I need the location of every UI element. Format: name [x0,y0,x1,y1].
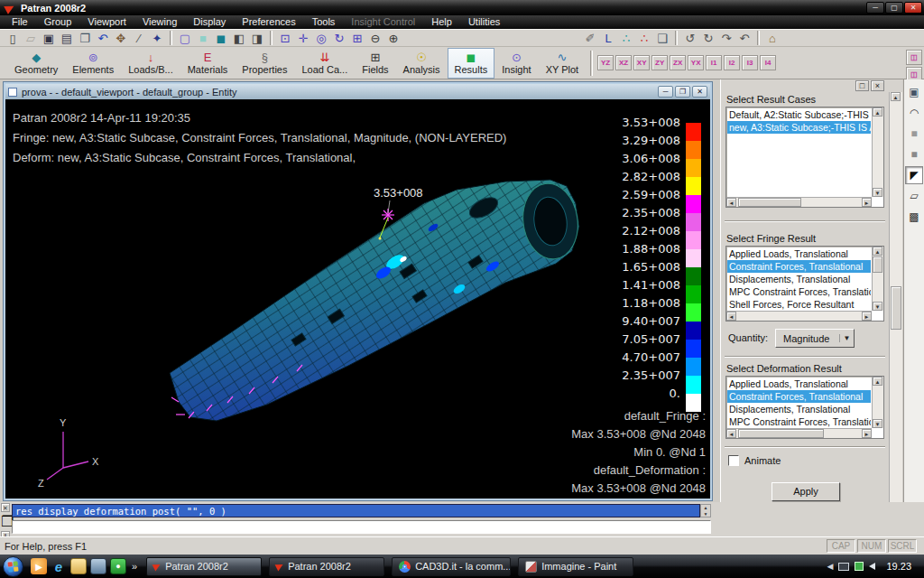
hamachi-icon[interactable]: ● [110,558,126,574]
tab-geometry[interactable]: ◆ Geometry [7,48,65,79]
menu-item[interactable]: Utilities [460,15,508,29]
lasso-select-icon[interactable]: ◠ [905,104,923,122]
display-tray-icon[interactable] [838,563,849,571]
horizontal-scrollbar[interactable]: ◄ ► [726,197,872,207]
tab-results[interactable]: ◼ Results [448,48,495,79]
vertical-scrollbar[interactable]: ▲ ▼ [872,377,883,428]
tab-loads-bcs[interactable]: ↓ Loads/B... [121,48,180,79]
menu-item[interactable]: Preferences [234,15,303,29]
folder-icon[interactable] [70,558,87,574]
start-button[interactable] [3,556,23,577]
close-button[interactable]: ✕ [904,2,922,14]
animate-checkbox-row[interactable]: Animate [728,455,781,466]
command-input[interactable] [12,520,711,534]
spin-view-icon[interactable]: ↷ [717,30,735,46]
viewport-close-button[interactable]: ✕ [692,86,707,98]
solid-cube-icon[interactable]: ◼ [212,30,230,46]
sketch-icon[interactable]: ✐ [581,30,599,46]
zoom-in-icon[interactable]: ⊕ [384,30,402,46]
fringe-result-item[interactable]: Constraint Forces, Translational [727,260,871,273]
result-case-item[interactable]: Default, A2:Static Subcase;-THIS IS A I [727,108,871,121]
vertical-scrollbar[interactable]: ▲ ▼ [872,107,883,197]
scroll-left-icon[interactable]: ◄ [726,429,736,438]
scroll-down-icon[interactable]: ▼ [873,419,882,428]
view-orientation-button[interactable]: YX [688,55,704,70]
scroll-thumb[interactable] [738,429,824,438]
menu-item[interactable]: Viewport [79,15,134,29]
minimize-button[interactable]: ─ [866,2,884,14]
scroll-up-icon[interactable]: ▲ [891,92,901,101]
rotate-cw-icon[interactable]: ↻ [699,30,717,46]
scroll-up-icon[interactable]: ▲ [873,377,882,386]
deformation-result-item[interactable]: Displacements, Translational [727,403,871,415]
coord-axis-icon[interactable]: L [599,30,617,46]
scroll-thumb[interactable] [738,198,801,207]
fringe-result-item[interactable]: Applied Loads, Translational [727,247,871,260]
hammer-tool-icon[interactable]: ✦ [148,30,166,46]
view-orientation-button[interactable]: XZ [615,55,632,70]
scroll-thumb[interactable] [873,256,882,273]
tab-elements[interactable]: ⊚ Elements [65,48,121,79]
deformation-result-item[interactable]: Applied Loads, Translational [727,378,871,390]
home-view-icon[interactable]: ⌂ [763,30,781,46]
view-orientation-button[interactable]: ZX [670,55,686,70]
tab-load-cases[interactable]: ⇊ Load Ca... [294,48,355,79]
menu-item[interactable]: Help [423,15,460,29]
fringe-result-listbox[interactable]: Applied Loads, TranslationalConstraint F… [725,246,884,322]
open-file-icon[interactable]: ▱ [22,30,40,46]
viewport-minimize-button[interactable]: ─ [658,86,673,98]
horizontal-scrollbar[interactable]: ◄ ► [726,311,872,321]
scroll-right-icon[interactable]: ► [862,198,872,207]
command-scroll-spinner[interactable]: ▲▼ [700,504,711,517]
curve-points-icon[interactable]: ∴ [617,30,635,46]
wireframe-cube-icon[interactable]: ▢ [176,30,194,46]
save-icon[interactable]: ▣ [40,30,58,46]
command-close-icon[interactable]: ✕ [1,503,10,512]
center-view-icon[interactable]: ◎ [312,30,330,46]
menu-item[interactable]: Group [36,15,80,29]
pan-view-icon[interactable]: ✛ [294,30,312,46]
view-orientation-button[interactable]: YZ [597,55,614,70]
menu-item[interactable]: Display [185,15,234,29]
swatch-dark-icon[interactable]: ■ [905,145,923,163]
tab-analysis[interactable]: ☉ Analysis [396,48,448,79]
panel-scrollbar[interactable]: ▲ ▼ [889,92,902,520]
tumble-view-icon[interactable]: ↶ [735,30,753,46]
zoom-out-icon[interactable]: ⊖ [366,30,384,46]
rotate-view-icon[interactable]: ↻ [330,30,348,46]
view-orientation-button[interactable]: XY [633,55,650,70]
copy-icon[interactable]: ❐ [76,30,94,46]
view-orientation-button[interactable]: I2 [724,55,740,70]
viewport-titlebar[interactable]: prova - - default_viewport - default_gro… [5,84,710,99]
scroll-up-icon[interactable]: ▲ [873,107,882,117]
scroll-thumb[interactable] [891,286,901,330]
scroll-down-icon[interactable]: ▼ [873,188,882,197]
display-properties-icon[interactable]: ◨ [248,30,266,46]
quick-launch-overflow-icon[interactable]: » [130,561,139,572]
toolbar-overflow-button[interactable]: ◫ [906,50,922,65]
tab-properties[interactable]: § Properties [235,48,294,79]
show-desktop-icon[interactable] [90,558,106,574]
scroll-left-icon[interactable]: ◄ [726,312,736,321]
result-case-item[interactable]: new, A3:Static Subcase;-THIS IS A DE [727,121,871,134]
view-orientation-button[interactable]: ZY [651,55,668,70]
pan-hand-icon[interactable]: ✥ [112,30,130,46]
command-restore-icon[interactable]: ❐ [1,513,11,530]
view-orientation-button[interactable]: I1 [706,55,722,70]
chevron-left-icon[interactable]: ◀ [827,562,834,571]
apply-button[interactable]: Apply [772,482,840,501]
view-orientation-button[interactable]: I4 [760,55,776,70]
scroll-down-icon[interactable]: ▼ [873,302,882,311]
curve-points-red-icon[interactable]: ∴ [635,30,653,46]
command-history-line[interactable]: res_display_deformation_post( "", 0 ) [12,504,700,517]
deformation-result-item[interactable]: MPC Constraint Forces, Translational [727,415,871,427]
scroll-right-icon[interactable]: ► [862,429,872,438]
internet-explorer-icon[interactable]: e [51,558,67,574]
panel-minimize-button[interactable]: □ [855,80,869,91]
cursor-select-icon[interactable]: ◤ [905,166,923,184]
view-manager-icon[interactable]: ⊞ [348,30,366,46]
tab-materials[interactable]: E Materials [180,48,236,79]
rotate-ccw-icon[interactable]: ↺ [681,30,699,46]
polygon-select-icon[interactable]: ▱ [905,187,923,205]
scroll-right-icon[interactable]: ► [862,312,872,321]
